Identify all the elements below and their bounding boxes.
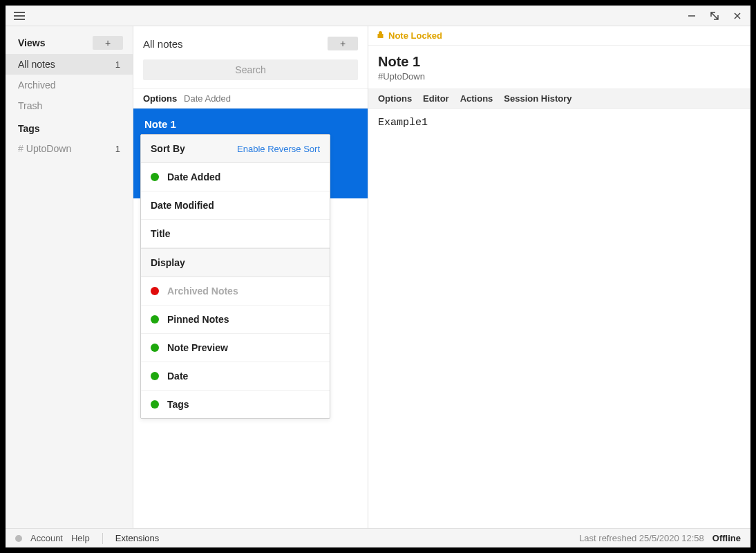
help-link[interactable]: Help <box>71 533 90 543</box>
tab-options[interactable]: Options <box>378 93 412 104</box>
tag-count: 1 <box>115 144 120 154</box>
close-button[interactable] <box>733 11 742 21</box>
sort-option-date-modified[interactable]: Date Modified <box>141 191 330 220</box>
offline-status: Offline <box>712 533 741 543</box>
popup-item-label: Title <box>151 228 171 239</box>
minimize-button[interactable] <box>687 11 697 21</box>
sidebar-item-archived[interactable]: Archived <box>6 75 133 95</box>
display-option-tags[interactable]: Tags <box>141 391 330 418</box>
display-option-pinned-notes[interactable]: Pinned Notes <box>141 306 330 334</box>
sort-by-heading: Sort By <box>151 143 185 154</box>
add-note-button[interactable]: + <box>328 37 358 50</box>
notes-panel: All notes + Options Date Added Note 1 So… <box>133 26 368 528</box>
extensions-link[interactable]: Extensions <box>115 533 160 543</box>
note-locked-banner: Note Locked <box>368 26 750 46</box>
status-dot-icon <box>151 344 159 352</box>
statusbar: Account Help Extensions Last refreshed 2… <box>6 528 750 547</box>
sidebar-item-count: 1 <box>115 59 120 70</box>
search-input[interactable] <box>143 59 358 80</box>
popup-item-label: Date Modified <box>151 200 214 211</box>
status-dot-icon <box>151 372 159 380</box>
options-toggle[interactable]: Options <box>143 93 177 104</box>
status-dot-icon <box>151 315 159 324</box>
popup-item-label: Pinned Notes <box>167 314 229 325</box>
lock-label: Note Locked <box>388 30 442 41</box>
sidebar-tag-uptodown[interactable]: #UptoDown 1 <box>6 138 133 159</box>
status-dot-icon <box>15 535 22 542</box>
account-link[interactable]: Account <box>30 533 63 543</box>
options-popup: Sort By Enable Reverse Sort Date Added D… <box>140 134 330 419</box>
tags-heading: Tags <box>18 123 40 134</box>
sort-option-date-added[interactable]: Date Added <box>141 163 330 191</box>
add-view-button[interactable]: + <box>93 36 123 50</box>
display-option-archived-notes[interactable]: Archived Notes <box>141 277 330 306</box>
enable-reverse-sort-link[interactable]: Enable Reverse Sort <box>237 144 320 154</box>
maximize-button[interactable] <box>709 10 720 21</box>
tab-session-history[interactable]: Session History <box>504 93 571 104</box>
display-heading: Display <box>151 257 185 268</box>
status-dot-icon <box>151 173 159 181</box>
tab-actions[interactable]: Actions <box>460 93 493 104</box>
sort-option-title[interactable]: Title <box>141 220 330 248</box>
editor-body[interactable]: Example1 <box>368 109 750 137</box>
tag-label: UptoDown <box>26 143 71 154</box>
sidebar: Views + All notes 1 Archived Trash Tags … <box>6 26 133 528</box>
editor-panel: Note Locked Note 1 #UptoDown Options Edi… <box>368 26 750 528</box>
popup-item-label: Date Added <box>167 171 220 182</box>
tab-editor[interactable]: Editor <box>423 93 449 104</box>
sidebar-item-label: All notes <box>18 59 55 70</box>
popup-item-label: Date <box>167 371 188 382</box>
menu-icon[interactable] <box>14 12 25 20</box>
lock-icon <box>377 30 384 41</box>
options-value: Date Added <box>184 93 231 104</box>
editor-title: Note 1 <box>378 54 741 70</box>
notes-panel-title: All notes <box>143 38 183 50</box>
sidebar-item-trash[interactable]: Trash <box>6 95 133 116</box>
popup-item-label: Note Preview <box>167 342 228 353</box>
display-option-date[interactable]: Date <box>141 362 330 391</box>
divider <box>102 533 103 544</box>
views-heading: Views <box>18 37 45 48</box>
sidebar-item-label: Trash <box>18 100 42 111</box>
editor-tag: #UptoDown <box>378 71 741 82</box>
display-option-note-preview[interactable]: Note Preview <box>141 334 330 362</box>
status-dot-icon <box>151 287 159 295</box>
sidebar-item-label: Archived <box>18 79 55 91</box>
sidebar-item-allnotes[interactable]: All notes 1 <box>6 54 133 75</box>
popup-item-label: Tags <box>167 399 189 410</box>
last-refreshed-label: Last refreshed 25/5/2020 12:58 <box>579 533 704 543</box>
hash-icon: # <box>18 143 23 154</box>
popup-item-label: Archived Notes <box>167 285 238 297</box>
status-dot-icon <box>151 400 159 409</box>
note-card-title: Note 1 <box>144 118 357 130</box>
